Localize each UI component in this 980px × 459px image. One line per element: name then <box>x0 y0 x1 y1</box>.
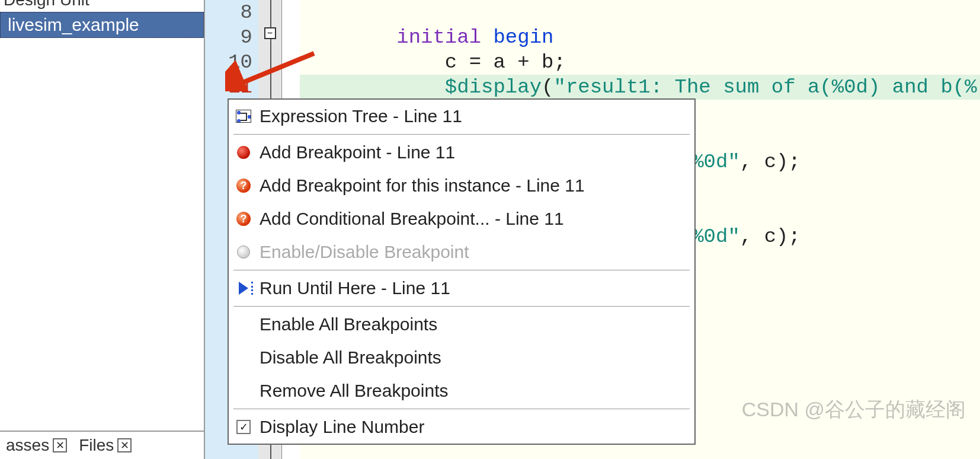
run-icon <box>239 282 248 295</box>
menu-label: Enable All Breakpoints <box>260 314 437 334</box>
sidebar-header: Design Unit <box>0 0 204 12</box>
code-line: $display("result1: The sum of a(%0d) and… <box>300 75 980 100</box>
line-number[interactable]: 10 <box>205 50 252 75</box>
code-line: c = a + b; <box>300 50 980 75</box>
sidebar-tabs: asses ✕ Files ✕ <box>0 431 204 459</box>
menu-enable-all-breakpoints[interactable]: Enable All Breakpoints <box>229 308 694 341</box>
menu-add-breakpoint[interactable]: Add Breakpoint - Line 11 <box>229 136 694 169</box>
line-number[interactable]: 11 <box>205 75 252 100</box>
menu-label: Add Conditional Breakpoint... - Line 11 <box>260 209 564 229</box>
menu-label: Expression Tree - Line 11 <box>260 106 462 126</box>
breakpoint-icon <box>237 146 250 159</box>
menu-disable-all-breakpoints[interactable]: Disable All Breakpoints <box>229 341 694 374</box>
tab-classes[interactable]: asses ✕ <box>0 434 73 457</box>
code-line <box>300 0 980 25</box>
close-icon[interactable]: ✕ <box>53 438 67 452</box>
menu-label: Add Breakpoint for this instance - Line … <box>260 176 585 196</box>
menu-label: Disable All Breakpoints <box>260 348 441 368</box>
tab-files[interactable]: Files ✕ <box>73 434 137 457</box>
menu-enable-disable-breakpoint: Enable/Disable Breakpoint <box>229 235 694 269</box>
menu-remove-all-breakpoints[interactable]: Remove All Breakpoints <box>229 374 694 407</box>
tree-icon <box>236 110 251 123</box>
menu-label: Enable/Disable Breakpoint <box>260 242 469 262</box>
menu-label: Run Until Here - Line 11 <box>260 278 450 298</box>
menu-expression-tree[interactable]: Expression Tree - Line 11 <box>229 100 694 133</box>
line-number[interactable]: 9 <box>205 25 252 50</box>
menu-add-breakpoint-instance[interactable]: ? Add Breakpoint for this instance - Lin… <box>229 169 694 202</box>
context-menu: Expression Tree - Line 11 Add Breakpoint… <box>228 98 696 445</box>
menu-add-conditional-breakpoint[interactable]: ? Add Conditional Breakpoint... - Line 1… <box>229 202 694 235</box>
breakpoint-disabled-icon <box>237 246 250 259</box>
menu-label: Add Breakpoint - Line 11 <box>260 142 455 162</box>
fold-minus-icon[interactable]: − <box>264 27 276 39</box>
tab-label: Files <box>79 436 114 455</box>
menu-run-until-here[interactable]: Run Until Here - Line 11 <box>229 272 694 305</box>
sidebar-item-livesim[interactable]: livesim_example <box>0 12 204 38</box>
sidebar: Design Unit livesim_example asses ✕ File… <box>0 0 205 459</box>
question-icon: ? <box>236 212 251 226</box>
menu-label: Display Line Number <box>260 417 424 437</box>
menu-display-line-number[interactable]: ✓ Display Line Number <box>229 410 694 444</box>
checkbox-checked-icon: ✓ <box>236 420 251 434</box>
tab-label: asses <box>6 436 49 455</box>
code-line: initial begin <box>300 25 980 50</box>
menu-label: Remove All Breakpoints <box>260 381 449 401</box>
question-icon: ? <box>236 179 251 193</box>
close-icon[interactable]: ✕ <box>117 438 132 452</box>
line-number[interactable]: 8 <box>205 0 252 25</box>
